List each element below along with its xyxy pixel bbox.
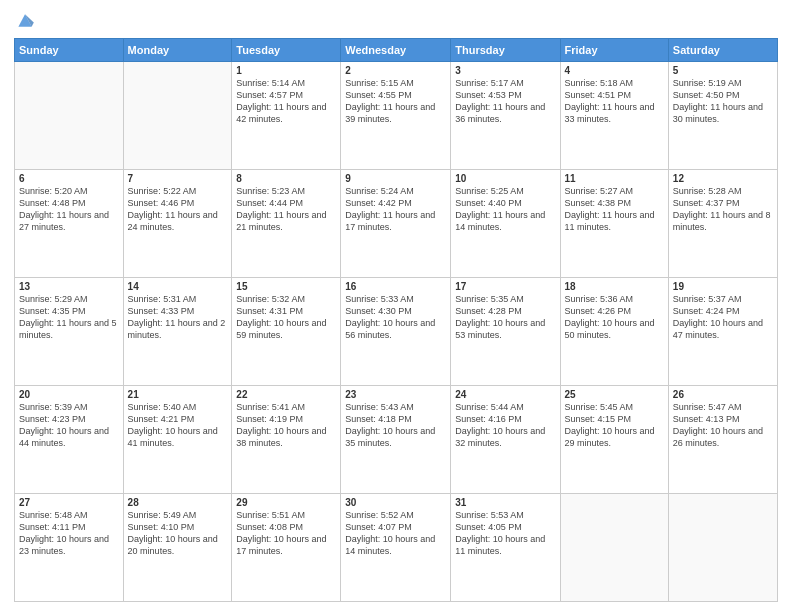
calendar-cell: 1Sunrise: 5:14 AMSunset: 4:57 PMDaylight… — [232, 62, 341, 170]
calendar-cell: 22Sunrise: 5:41 AMSunset: 4:19 PMDayligh… — [232, 386, 341, 494]
logo — [14, 10, 40, 32]
day-info: Sunrise: 5:41 AMSunset: 4:19 PMDaylight:… — [236, 401, 336, 450]
calendar-cell: 10Sunrise: 5:25 AMSunset: 4:40 PMDayligh… — [451, 170, 560, 278]
calendar-cell: 14Sunrise: 5:31 AMSunset: 4:33 PMDayligh… — [123, 278, 232, 386]
day-info: Sunrise: 5:19 AMSunset: 4:50 PMDaylight:… — [673, 77, 773, 126]
day-info: Sunrise: 5:18 AMSunset: 4:51 PMDaylight:… — [565, 77, 664, 126]
calendar-header-tuesday: Tuesday — [232, 39, 341, 62]
day-number: 19 — [673, 281, 773, 292]
calendar-header-saturday: Saturday — [668, 39, 777, 62]
calendar-cell — [15, 62, 124, 170]
day-number: 23 — [345, 389, 446, 400]
calendar-week-row: 20Sunrise: 5:39 AMSunset: 4:23 PMDayligh… — [15, 386, 778, 494]
calendar-cell: 31Sunrise: 5:53 AMSunset: 4:05 PMDayligh… — [451, 494, 560, 602]
calendar-cell: 2Sunrise: 5:15 AMSunset: 4:55 PMDaylight… — [341, 62, 451, 170]
logo-icon — [14, 10, 36, 32]
day-number: 12 — [673, 173, 773, 184]
day-number: 25 — [565, 389, 664, 400]
calendar-cell: 11Sunrise: 5:27 AMSunset: 4:38 PMDayligh… — [560, 170, 668, 278]
day-info: Sunrise: 5:22 AMSunset: 4:46 PMDaylight:… — [128, 185, 228, 234]
day-number: 7 — [128, 173, 228, 184]
calendar-cell: 28Sunrise: 5:49 AMSunset: 4:10 PMDayligh… — [123, 494, 232, 602]
calendar-header-wednesday: Wednesday — [341, 39, 451, 62]
calendar-week-row: 13Sunrise: 5:29 AMSunset: 4:35 PMDayligh… — [15, 278, 778, 386]
calendar-cell: 7Sunrise: 5:22 AMSunset: 4:46 PMDaylight… — [123, 170, 232, 278]
day-info: Sunrise: 5:24 AMSunset: 4:42 PMDaylight:… — [345, 185, 446, 234]
calendar-cell: 23Sunrise: 5:43 AMSunset: 4:18 PMDayligh… — [341, 386, 451, 494]
day-info: Sunrise: 5:43 AMSunset: 4:18 PMDaylight:… — [345, 401, 446, 450]
calendar-cell: 19Sunrise: 5:37 AMSunset: 4:24 PMDayligh… — [668, 278, 777, 386]
day-number: 3 — [455, 65, 555, 76]
day-number: 11 — [565, 173, 664, 184]
calendar-cell: 3Sunrise: 5:17 AMSunset: 4:53 PMDaylight… — [451, 62, 560, 170]
calendar-week-row: 6Sunrise: 5:20 AMSunset: 4:48 PMDaylight… — [15, 170, 778, 278]
day-info: Sunrise: 5:40 AMSunset: 4:21 PMDaylight:… — [128, 401, 228, 450]
day-info: Sunrise: 5:44 AMSunset: 4:16 PMDaylight:… — [455, 401, 555, 450]
day-info: Sunrise: 5:39 AMSunset: 4:23 PMDaylight:… — [19, 401, 119, 450]
day-info: Sunrise: 5:47 AMSunset: 4:13 PMDaylight:… — [673, 401, 773, 450]
calendar-cell: 5Sunrise: 5:19 AMSunset: 4:50 PMDaylight… — [668, 62, 777, 170]
calendar-week-row: 27Sunrise: 5:48 AMSunset: 4:11 PMDayligh… — [15, 494, 778, 602]
day-number: 9 — [345, 173, 446, 184]
calendar-header-row: SundayMondayTuesdayWednesdayThursdayFrid… — [15, 39, 778, 62]
calendar-cell: 9Sunrise: 5:24 AMSunset: 4:42 PMDaylight… — [341, 170, 451, 278]
calendar-header-monday: Monday — [123, 39, 232, 62]
day-number: 1 — [236, 65, 336, 76]
day-number: 31 — [455, 497, 555, 508]
day-info: Sunrise: 5:25 AMSunset: 4:40 PMDaylight:… — [455, 185, 555, 234]
day-number: 2 — [345, 65, 446, 76]
day-number: 13 — [19, 281, 119, 292]
day-info: Sunrise: 5:31 AMSunset: 4:33 PMDaylight:… — [128, 293, 228, 342]
day-info: Sunrise: 5:37 AMSunset: 4:24 PMDaylight:… — [673, 293, 773, 342]
day-info: Sunrise: 5:14 AMSunset: 4:57 PMDaylight:… — [236, 77, 336, 126]
calendar-header-thursday: Thursday — [451, 39, 560, 62]
day-number: 26 — [673, 389, 773, 400]
day-number: 18 — [565, 281, 664, 292]
calendar-cell: 30Sunrise: 5:52 AMSunset: 4:07 PMDayligh… — [341, 494, 451, 602]
day-info: Sunrise: 5:45 AMSunset: 4:15 PMDaylight:… — [565, 401, 664, 450]
day-info: Sunrise: 5:36 AMSunset: 4:26 PMDaylight:… — [565, 293, 664, 342]
calendar-header-friday: Friday — [560, 39, 668, 62]
calendar-cell: 29Sunrise: 5:51 AMSunset: 4:08 PMDayligh… — [232, 494, 341, 602]
calendar-table: SundayMondayTuesdayWednesdayThursdayFrid… — [14, 38, 778, 602]
day-info: Sunrise: 5:48 AMSunset: 4:11 PMDaylight:… — [19, 509, 119, 558]
calendar-cell: 12Sunrise: 5:28 AMSunset: 4:37 PMDayligh… — [668, 170, 777, 278]
day-info: Sunrise: 5:51 AMSunset: 4:08 PMDaylight:… — [236, 509, 336, 558]
calendar-cell — [123, 62, 232, 170]
day-info: Sunrise: 5:29 AMSunset: 4:35 PMDaylight:… — [19, 293, 119, 342]
day-number: 22 — [236, 389, 336, 400]
day-number: 27 — [19, 497, 119, 508]
calendar-cell: 25Sunrise: 5:45 AMSunset: 4:15 PMDayligh… — [560, 386, 668, 494]
calendar-cell: 8Sunrise: 5:23 AMSunset: 4:44 PMDaylight… — [232, 170, 341, 278]
calendar-cell: 16Sunrise: 5:33 AMSunset: 4:30 PMDayligh… — [341, 278, 451, 386]
day-number: 28 — [128, 497, 228, 508]
day-number: 4 — [565, 65, 664, 76]
day-number: 14 — [128, 281, 228, 292]
calendar-cell: 27Sunrise: 5:48 AMSunset: 4:11 PMDayligh… — [15, 494, 124, 602]
calendar-cell: 17Sunrise: 5:35 AMSunset: 4:28 PMDayligh… — [451, 278, 560, 386]
day-number: 21 — [128, 389, 228, 400]
calendar-cell: 4Sunrise: 5:18 AMSunset: 4:51 PMDaylight… — [560, 62, 668, 170]
page-header — [14, 10, 778, 32]
calendar-cell: 13Sunrise: 5:29 AMSunset: 4:35 PMDayligh… — [15, 278, 124, 386]
calendar-cell: 24Sunrise: 5:44 AMSunset: 4:16 PMDayligh… — [451, 386, 560, 494]
day-info: Sunrise: 5:35 AMSunset: 4:28 PMDaylight:… — [455, 293, 555, 342]
day-info: Sunrise: 5:52 AMSunset: 4:07 PMDaylight:… — [345, 509, 446, 558]
calendar-cell: 18Sunrise: 5:36 AMSunset: 4:26 PMDayligh… — [560, 278, 668, 386]
calendar-cell — [668, 494, 777, 602]
day-number: 24 — [455, 389, 555, 400]
day-info: Sunrise: 5:49 AMSunset: 4:10 PMDaylight:… — [128, 509, 228, 558]
day-number: 6 — [19, 173, 119, 184]
day-info: Sunrise: 5:32 AMSunset: 4:31 PMDaylight:… — [236, 293, 336, 342]
calendar-cell: 6Sunrise: 5:20 AMSunset: 4:48 PMDaylight… — [15, 170, 124, 278]
day-info: Sunrise: 5:17 AMSunset: 4:53 PMDaylight:… — [455, 77, 555, 126]
day-info: Sunrise: 5:20 AMSunset: 4:48 PMDaylight:… — [19, 185, 119, 234]
day-number: 5 — [673, 65, 773, 76]
day-info: Sunrise: 5:53 AMSunset: 4:05 PMDaylight:… — [455, 509, 555, 558]
calendar-cell: 15Sunrise: 5:32 AMSunset: 4:31 PMDayligh… — [232, 278, 341, 386]
day-number: 20 — [19, 389, 119, 400]
day-number: 8 — [236, 173, 336, 184]
day-number: 10 — [455, 173, 555, 184]
day-number: 16 — [345, 281, 446, 292]
day-number: 17 — [455, 281, 555, 292]
